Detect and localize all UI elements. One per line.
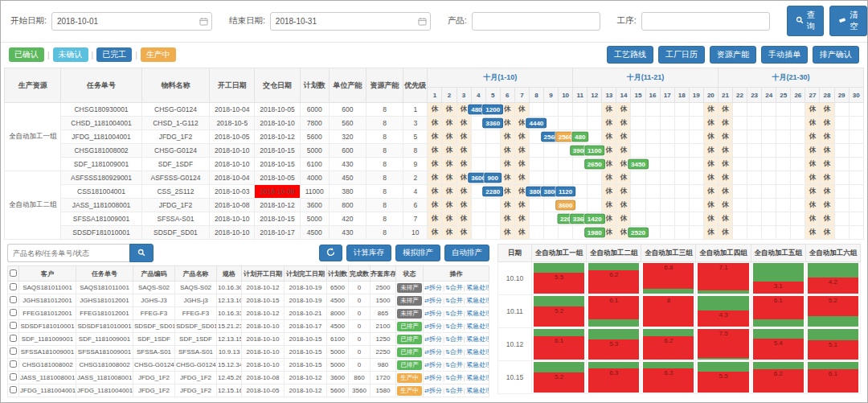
process-input[interactable] [641,12,770,31]
gantt-bar[interactable]: 3450 [628,159,649,170]
row-checkbox[interactable] [10,283,17,290]
gantt-bar[interactable]: 480 [571,132,588,142]
gantt-day-cell [849,212,863,226]
schedule-confirm-button[interactable]: 排产确认 [813,46,859,64]
gantt-day-cell [849,226,863,240]
row-checkbox[interactable] [10,386,17,393]
op-urgent-link[interactable]: 紧急处理 [466,374,489,381]
gantt-day-cell [762,212,776,226]
op-merge-link[interactable]: ⇅合并 [445,335,463,343]
gantt-day-header: 4 [471,88,485,103]
op-merge-link[interactable]: ⇅合并 [445,310,463,317]
op-urgent-link[interactable]: 紧急处理 [466,323,489,330]
op-urgent-link[interactable]: 紧急处理 [466,361,489,368]
manual-insert-button[interactable]: 手动插单 [761,46,808,64]
op-urgent-link[interactable]: 紧急处理 [466,297,489,304]
op-merge-link[interactable]: ⇅合并 [445,348,463,356]
op-urgent-link[interactable]: 紧急处理 [466,387,489,394]
op-merge-link[interactable]: ⇅合并 [445,374,463,381]
end-date-input[interactable] [270,12,431,31]
gantt-bar[interactable]: 2520 [628,228,649,238]
op-split-link[interactable]: ⇄拆分 [424,387,442,394]
delivery-date-cell: 2018-10-17 [255,226,300,240]
op-merge-link[interactable]: ⇅合并 [445,387,463,394]
op-split-link[interactable]: ⇄拆分 [424,348,442,356]
gantt-day-header: 9 [543,88,558,103]
done-qty-cell: 0 [349,359,371,372]
load-free-bar [643,362,694,368]
calendar-icon[interactable] [418,17,427,26]
row-checkbox[interactable] [10,335,17,342]
gantt-day-cell [543,171,558,185]
gantt-day-cell: 休 [718,103,732,117]
load-bar-stack: 5.2 [808,296,858,327]
task-search-button[interactable] [129,244,154,262]
plan-start-cell: 2018-10-10 [242,333,285,346]
load-value-label: 3.1 [753,282,804,290]
gantt-bar[interactable]: 4440 [526,118,547,129]
simulate-schedule-button[interactable]: 模拟排产 [395,245,440,261]
gantt-bar[interactable]: 3360 [482,118,503,129]
row-checkbox[interactable] [10,373,17,380]
row-checkbox[interactable] [10,347,17,355]
gantt-bar[interactable]: 1100 [584,146,604,156]
gantt-bar[interactable]: 1420 [584,214,605,224]
gantt-day-cell: 休 [442,130,457,144]
op-split-link[interactable]: ⇄拆分 [424,374,442,381]
calendar-icon[interactable] [199,17,208,26]
gantt-task-row: JASS_1181008001JFDG_1F22018-10-082018-10… [5,199,864,212]
refresh-button[interactable] [319,245,342,261]
op-split-link[interactable]: ⇄拆分 [424,323,442,330]
op-merge-link[interactable]: ⇅合并 [445,323,463,330]
query-button[interactable]: 查询 [787,6,825,36]
op-urgent-link[interactable]: 紧急处理 [466,310,489,317]
task-search-input[interactable] [7,244,129,262]
op-merge-link[interactable]: ⇅合并 [445,284,463,291]
load-cell: 5.2 [805,295,860,328]
gantt-day-cell: 休 [500,212,514,226]
auto-schedule-button[interactable]: 自动排产 [444,245,489,261]
op-merge-link[interactable]: ⇅合并 [445,297,463,304]
ops-cell: ⇄拆分|⇅合并|紧急处理 [424,320,489,333]
gantt-bar[interactable]: 1980 [584,228,605,238]
gantt-day-cell [674,171,689,185]
gantt-bar[interactable]: 900 [485,173,502,183]
row-checkbox[interactable] [10,296,17,303]
op-split-link[interactable]: ⇄拆分 [424,361,442,368]
legend-badge-unconfirmed: 未确认 [53,47,88,62]
op-merge-link[interactable]: ⇅合并 [445,361,463,368]
gantt-day-cell [645,103,660,117]
gantt-day-cell [762,144,776,158]
clear-button-label: 清空 [850,10,858,32]
calc-inventory-button[interactable]: 计算库存 [346,245,391,261]
gantt-bar[interactable]: 2650 [584,159,605,170]
select-all-checkbox[interactable] [10,269,17,277]
resource-capacity-button[interactable]: 资源产能 [710,46,756,64]
row-checkbox[interactable] [10,322,17,329]
op-urgent-link[interactable]: 紧急处理 [466,284,489,291]
gantt-day-cell: 休 [428,117,442,130]
op-split-link[interactable]: ⇄拆分 [424,335,442,343]
op-urgent-link[interactable]: 紧急处理 [466,348,489,356]
gantt-day-cell [529,158,543,171]
clear-button[interactable]: 清空 [829,6,867,36]
op-split-link[interactable]: ⇄拆分 [424,284,442,291]
gantt-bar[interactable]: 1200 [482,105,503,115]
load-value-label: 7.5 [698,330,748,337]
factory-calendar-button[interactable]: 工厂日历 [658,46,705,64]
process-route-button[interactable]: 工艺路线 [607,46,653,64]
load-row: 10.115.26.184.36.15.2 [498,295,861,328]
gantt-month-header: 十月(11-21) [573,68,719,88]
load-free-bar [534,263,584,273]
gantt-bar[interactable]: 3600 [555,200,576,211]
op-split-link[interactable]: ⇄拆分 [424,310,442,317]
row-checkbox[interactable] [10,309,17,316]
gantt-day-cell: 休 [616,171,631,185]
row-checkbox[interactable] [10,360,17,368]
gantt-bar[interactable]: 1120 [555,187,575,197]
gantt-bar[interactable]: 2280 [482,187,503,197]
product-input[interactable] [472,12,600,31]
op-urgent-link[interactable]: 紧急处理 [466,335,489,343]
op-split-link[interactable]: ⇄拆分 [424,297,442,304]
start-date-input[interactable] [51,12,212,31]
